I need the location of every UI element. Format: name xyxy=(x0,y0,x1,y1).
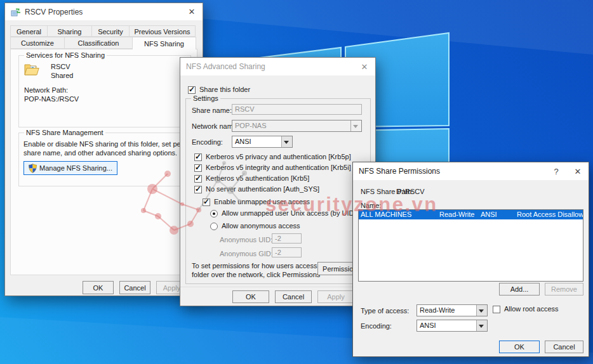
share-name-input[interactable]: RSCV xyxy=(232,104,362,115)
anonymous-gid-input: -2 xyxy=(272,247,302,257)
network-name-value: POP-NAS xyxy=(235,122,350,129)
share-status-text: Shared xyxy=(51,72,73,79)
add-button[interactable]: Add... xyxy=(499,283,540,296)
encoding-dropdown[interactable]: ANSI xyxy=(232,136,293,148)
manage-nfs-sharing-button[interactable]: Manage NFS Sharing... xyxy=(23,161,117,175)
krb5-label: Kerberos v5 authentication [Krb5] xyxy=(206,174,309,182)
entry-access: Read-Write xyxy=(439,211,474,218)
anonymous-uid-input: -2 xyxy=(272,233,302,244)
tab-nfs-sharing[interactable]: NFS Sharing xyxy=(132,37,196,49)
window-title: RSCV Properties xyxy=(25,8,181,16)
apply-button: Apply xyxy=(317,290,354,303)
titlebar[interactable]: RSCV Properties ✕ xyxy=(5,3,203,20)
anonymous-access-label: Allow anonymous access xyxy=(222,222,300,230)
close-icon[interactable]: ✕ xyxy=(567,162,589,180)
nfs-share-management-group: NFS Share Management Enable or disable N… xyxy=(18,133,191,186)
anonymous-uid-label: Anonymous UID: xyxy=(220,236,272,244)
encoding-label: Encoding: xyxy=(192,138,223,146)
manage-button-label: Manage NFS Sharing... xyxy=(39,164,112,172)
entry-root-access: Root Access Disallowed xyxy=(517,211,583,218)
ok-button[interactable]: OK xyxy=(232,290,269,303)
network-path-label: Network Path: xyxy=(24,86,68,94)
cancel-button[interactable]: Cancel xyxy=(545,341,583,353)
share-name-text: RSCV xyxy=(51,63,70,70)
enable-unmapped-label: Enable unmapped user access xyxy=(214,198,310,205)
krb5p-checkbox[interactable] xyxy=(194,153,202,161)
share-this-folder-checkbox[interactable] xyxy=(188,86,196,94)
enable-unmapped-checkbox[interactable] xyxy=(203,198,210,206)
anonymous-access-radio[interactable] xyxy=(210,223,218,230)
tab-classification[interactable]: Classification xyxy=(64,37,133,49)
desktop: RSCV Properties ✕ General Sharing Securi… xyxy=(0,0,593,364)
window-title: NFS Share Permissions xyxy=(359,167,545,176)
cancel-button[interactable]: Cancel xyxy=(119,281,150,294)
network-name-dropdown: POP-NAS xyxy=(232,120,362,132)
rscv-properties-window: RSCV Properties ✕ General Sharing Securi… xyxy=(4,3,203,296)
tab-strip-row1: General Sharing Security Previous Versio… xyxy=(10,25,195,37)
window-title: NFS Advanced Sharing xyxy=(186,62,354,71)
nfs-advanced-sharing-window: NFS Advanced Sharing ✕ Share this folder… xyxy=(180,57,376,306)
nfs-share-permissions-window: NFS Share Permissions ? ✕ NFS Share Path… xyxy=(352,162,589,357)
unix-access-radio[interactable] xyxy=(210,210,218,218)
krb5p-label: Kerberos v5 privacy and authentication [… xyxy=(206,153,351,160)
close-icon[interactable]: ✕ xyxy=(181,3,203,20)
auth-sys-label: No server authentication [Auth_SYS] xyxy=(206,185,319,193)
permissions-note-line1: To set permissions for how users access … xyxy=(192,262,330,270)
help-icon[interactable]: ? xyxy=(545,162,567,180)
tab-general[interactable]: General xyxy=(10,25,48,37)
titlebar[interactable]: NFS Share Permissions ? ✕ xyxy=(353,162,589,180)
share-path-value: D:\RSCV xyxy=(396,188,425,195)
type-of-access-label: Type of access: xyxy=(361,307,409,315)
encoding-value: ANSI xyxy=(420,322,476,329)
uac-shield-icon xyxy=(29,164,37,173)
entry-encoding: ANSI xyxy=(481,211,497,218)
group-label: NFS Share Management xyxy=(24,129,105,136)
cancel-button[interactable]: Cancel xyxy=(275,290,312,303)
tab-previous-versions[interactable]: Previous Versions xyxy=(129,25,196,37)
close-icon[interactable]: ✕ xyxy=(354,58,375,75)
services-for-nfs-sharing-group: Services for NFS Sharing RSCV Shared Net… xyxy=(18,55,191,127)
unix-access-label: Allow unmapped user Unix access (by UID/… xyxy=(222,209,371,217)
remove-button: Remove xyxy=(545,283,583,296)
management-description-line2: share name, and other advanced sharing o… xyxy=(23,149,177,157)
encoding-dropdown[interactable]: ANSI xyxy=(416,320,488,332)
ok-button[interactable]: OK xyxy=(83,281,114,294)
chevron-down-icon[interactable] xyxy=(476,320,487,331)
permissions-note-line2: folder over the network, click Permissio… xyxy=(192,271,320,278)
encoding-value: ANSI xyxy=(235,138,281,145)
shared-folder-icon xyxy=(24,62,39,76)
type-of-access-dropdown[interactable]: Read-Write xyxy=(416,304,488,316)
settings-group: Settings Share name: RSCV Network name: … xyxy=(185,98,371,284)
network-path-value: POP-NAS:/RSCV xyxy=(24,95,79,103)
list-item-all-machines[interactable]: ALL MACHINES Read-Write ANSI Root Access… xyxy=(359,210,583,219)
divider xyxy=(180,287,375,287)
allow-root-access-checkbox[interactable] xyxy=(493,306,500,313)
properties-window-icon xyxy=(11,7,21,17)
type-of-access-value: Read-Write xyxy=(420,306,476,314)
tab-sharing[interactable]: Sharing xyxy=(47,25,92,37)
ok-button[interactable]: OK xyxy=(499,341,540,353)
allow-root-access-label: Allow root access xyxy=(504,305,559,313)
chevron-down-icon xyxy=(350,120,361,131)
group-label: Services for NFS Sharing xyxy=(24,51,107,59)
anonymous-gid-label: Anonymous GID: xyxy=(220,250,273,257)
chevron-down-icon[interactable] xyxy=(281,136,292,147)
krb5-checkbox[interactable] xyxy=(194,175,202,183)
tab-strip-row2: Customize Classification NFS Sharing xyxy=(10,37,196,49)
krb5i-label: Kerberos v5 integrity and authentication… xyxy=(206,164,351,171)
nfs-sharing-tab-page: Services for NFS Sharing RSCV Shared Net… xyxy=(10,49,197,275)
name-label: Name: xyxy=(361,202,381,209)
entry-name: ALL MACHINES xyxy=(361,211,411,218)
share-this-folder-label: Share this folder xyxy=(199,86,250,93)
encoding-label: Encoding: xyxy=(361,322,392,330)
share-name-label: Share name: xyxy=(192,107,232,114)
auth-sys-checkbox[interactable] xyxy=(194,186,202,193)
permissions-list[interactable]: ALL MACHINES Read-Write ANSI Root Access… xyxy=(358,209,583,282)
chevron-down-icon[interactable] xyxy=(476,305,487,316)
krb5i-checkbox[interactable] xyxy=(194,164,202,172)
tab-security[interactable]: Security xyxy=(91,25,130,37)
titlebar[interactable]: NFS Advanced Sharing ✕ xyxy=(180,58,375,75)
tab-customize[interactable]: Customize xyxy=(10,37,65,49)
group-label: Settings xyxy=(191,94,220,102)
